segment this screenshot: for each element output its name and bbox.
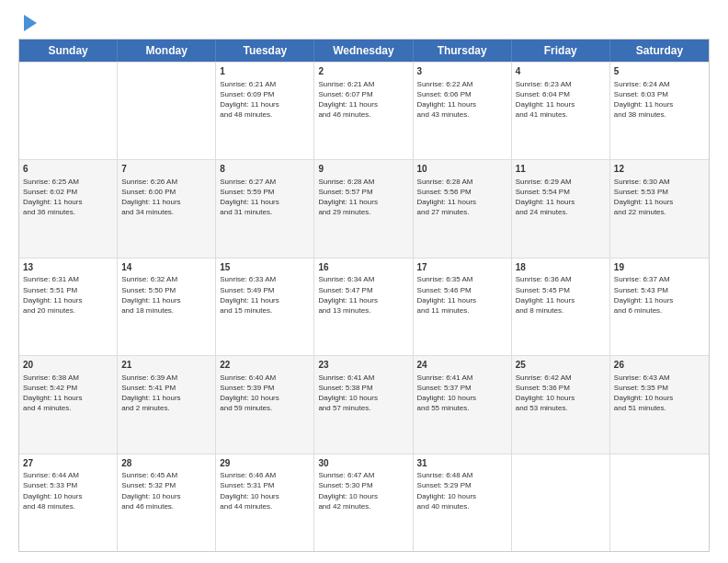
calendar-body: 1Sunrise: 6:21 AM Sunset: 6:09 PM Daylig…	[19, 62, 709, 551]
day-number: 9	[318, 163, 408, 176]
cell-text: Sunrise: 6:38 AM Sunset: 5:42 PM Dayligh…	[23, 373, 113, 414]
day-number: 18	[516, 261, 606, 274]
calendar-row-4: 20Sunrise: 6:38 AM Sunset: 5:42 PM Dayli…	[19, 355, 709, 453]
logo	[18, 15, 37, 31]
day-number: 25	[516, 359, 606, 372]
header-day-thursday: Thursday	[414, 40, 512, 62]
cell-text: Sunrise: 6:43 AM Sunset: 5:35 PM Dayligh…	[614, 373, 705, 414]
calendar-cell: 22Sunrise: 6:40 AM Sunset: 5:39 PM Dayli…	[216, 356, 314, 453]
calendar-cell: 31Sunrise: 6:48 AM Sunset: 5:29 PM Dayli…	[414, 454, 512, 551]
calendar-cell: 26Sunrise: 6:43 AM Sunset: 5:35 PM Dayli…	[610, 356, 709, 453]
day-number: 11	[516, 163, 606, 176]
header-day-sunday: Sunday	[19, 40, 118, 62]
calendar-row-3: 13Sunrise: 6:31 AM Sunset: 5:51 PM Dayli…	[19, 258, 709, 355]
header-day-friday: Friday	[512, 40, 610, 62]
day-number: 22	[220, 359, 310, 372]
calendar-cell: 29Sunrise: 6:46 AM Sunset: 5:31 PM Dayli…	[216, 454, 314, 551]
calendar-row-1: 1Sunrise: 6:21 AM Sunset: 6:09 PM Daylig…	[19, 62, 709, 159]
calendar-cell	[610, 454, 709, 551]
day-number: 17	[417, 261, 507, 274]
day-number: 19	[614, 261, 705, 274]
calendar-cell: 14Sunrise: 6:32 AM Sunset: 5:50 PM Dayli…	[118, 259, 216, 355]
day-number: 4	[516, 65, 606, 78]
calendar-cell: 7Sunrise: 6:26 AM Sunset: 6:00 PM Daylig…	[118, 160, 216, 257]
day-number: 3	[417, 65, 507, 78]
calendar-header: SundayMondayTuesdayWednesdayThursdayFrid…	[19, 40, 709, 62]
cell-text: Sunrise: 6:45 AM Sunset: 5:32 PM Dayligh…	[121, 470, 211, 511]
calendar-cell: 27Sunrise: 6:44 AM Sunset: 5:33 PM Dayli…	[19, 454, 118, 551]
calendar-cell: 3Sunrise: 6:22 AM Sunset: 6:06 PM Daylig…	[414, 63, 512, 159]
header-day-tuesday: Tuesday	[216, 40, 314, 62]
day-number: 13	[23, 261, 113, 274]
calendar-cell: 16Sunrise: 6:34 AM Sunset: 5:47 PM Dayli…	[314, 259, 413, 355]
cell-text: Sunrise: 6:31 AM Sunset: 5:51 PM Dayligh…	[23, 274, 113, 316]
day-number: 16	[318, 261, 408, 274]
day-number: 5	[614, 65, 705, 78]
cell-text: Sunrise: 6:23 AM Sunset: 6:04 PM Dayligh…	[516, 79, 606, 121]
cell-text: Sunrise: 6:21 AM Sunset: 6:09 PM Dayligh…	[220, 79, 310, 121]
calendar-cell: 21Sunrise: 6:39 AM Sunset: 5:41 PM Dayli…	[118, 356, 216, 453]
day-number: 29	[220, 457, 310, 470]
cell-text: Sunrise: 6:24 AM Sunset: 6:03 PM Dayligh…	[614, 79, 705, 121]
cell-text: Sunrise: 6:30 AM Sunset: 5:53 PM Dayligh…	[614, 177, 705, 218]
cell-text: Sunrise: 6:37 AM Sunset: 5:43 PM Dayligh…	[614, 274, 705, 316]
cell-text: Sunrise: 6:25 AM Sunset: 6:02 PM Dayligh…	[23, 177, 113, 218]
page: SundayMondayTuesdayWednesdayThursdayFrid…	[0, 0, 728, 563]
calendar-cell: 18Sunrise: 6:36 AM Sunset: 5:45 PM Dayli…	[512, 259, 610, 355]
day-number: 15	[220, 261, 310, 274]
cell-text: Sunrise: 6:32 AM Sunset: 5:50 PM Dayligh…	[121, 274, 211, 316]
header	[18, 15, 710, 31]
cell-text: Sunrise: 6:40 AM Sunset: 5:39 PM Dayligh…	[220, 373, 310, 414]
day-number: 14	[121, 261, 211, 274]
calendar-cell: 19Sunrise: 6:37 AM Sunset: 5:43 PM Dayli…	[610, 259, 709, 355]
day-number: 12	[614, 163, 705, 176]
cell-text: Sunrise: 6:46 AM Sunset: 5:31 PM Dayligh…	[220, 470, 310, 511]
header-day-wednesday: Wednesday	[314, 40, 413, 62]
day-number: 23	[318, 359, 408, 372]
cell-text: Sunrise: 6:27 AM Sunset: 5:59 PM Dayligh…	[220, 177, 310, 218]
calendar-cell: 4Sunrise: 6:23 AM Sunset: 6:04 PM Daylig…	[512, 63, 610, 159]
calendar-cell: 23Sunrise: 6:41 AM Sunset: 5:38 PM Dayli…	[314, 356, 413, 453]
calendar-cell: 11Sunrise: 6:29 AM Sunset: 5:54 PM Dayli…	[512, 160, 610, 257]
cell-text: Sunrise: 6:44 AM Sunset: 5:33 PM Dayligh…	[23, 470, 113, 511]
day-number: 31	[417, 457, 507, 470]
calendar-cell: 25Sunrise: 6:42 AM Sunset: 5:36 PM Dayli…	[512, 356, 610, 453]
calendar-cell: 13Sunrise: 6:31 AM Sunset: 5:51 PM Dayli…	[19, 259, 118, 355]
cell-text: Sunrise: 6:34 AM Sunset: 5:47 PM Dayligh…	[318, 274, 408, 316]
calendar-cell	[512, 454, 610, 551]
calendar: SundayMondayTuesdayWednesdayThursdayFrid…	[18, 39, 710, 552]
header-day-saturday: Saturday	[610, 40, 709, 62]
day-number: 2	[318, 65, 408, 78]
calendar-cell: 5Sunrise: 6:24 AM Sunset: 6:03 PM Daylig…	[610, 63, 709, 159]
day-number: 20	[23, 359, 113, 372]
day-number: 21	[121, 359, 211, 372]
calendar-cell: 28Sunrise: 6:45 AM Sunset: 5:32 PM Dayli…	[118, 454, 216, 551]
calendar-cell: 10Sunrise: 6:28 AM Sunset: 5:56 PM Dayli…	[414, 160, 512, 257]
day-number: 10	[417, 163, 507, 176]
day-number: 24	[417, 359, 507, 372]
calendar-cell: 6Sunrise: 6:25 AM Sunset: 6:02 PM Daylig…	[19, 160, 118, 257]
calendar-cell: 2Sunrise: 6:21 AM Sunset: 6:07 PM Daylig…	[314, 63, 413, 159]
day-number: 28	[121, 457, 211, 470]
day-number: 7	[121, 163, 211, 176]
cell-text: Sunrise: 6:42 AM Sunset: 5:36 PM Dayligh…	[516, 373, 606, 414]
cell-text: Sunrise: 6:36 AM Sunset: 5:45 PM Dayligh…	[516, 274, 606, 316]
cell-text: Sunrise: 6:39 AM Sunset: 5:41 PM Dayligh…	[121, 373, 211, 414]
cell-text: Sunrise: 6:28 AM Sunset: 5:56 PM Dayligh…	[417, 177, 507, 218]
day-number: 1	[220, 65, 310, 78]
calendar-cell: 17Sunrise: 6:35 AM Sunset: 5:46 PM Dayli…	[414, 259, 512, 355]
calendar-cell: 1Sunrise: 6:21 AM Sunset: 6:09 PM Daylig…	[216, 63, 314, 159]
header-day-monday: Monday	[118, 40, 216, 62]
calendar-cell: 20Sunrise: 6:38 AM Sunset: 5:42 PM Dayli…	[19, 356, 118, 453]
calendar-cell: 8Sunrise: 6:27 AM Sunset: 5:59 PM Daylig…	[216, 160, 314, 257]
cell-text: Sunrise: 6:48 AM Sunset: 5:29 PM Dayligh…	[417, 470, 507, 511]
cell-text: Sunrise: 6:41 AM Sunset: 5:38 PM Dayligh…	[318, 373, 408, 414]
cell-text: Sunrise: 6:21 AM Sunset: 6:07 PM Dayligh…	[318, 79, 408, 121]
logo-triangle-icon	[24, 15, 37, 31]
cell-text: Sunrise: 6:33 AM Sunset: 5:49 PM Dayligh…	[220, 274, 310, 316]
calendar-cell	[118, 63, 216, 159]
calendar-cell: 24Sunrise: 6:41 AM Sunset: 5:37 PM Dayli…	[414, 356, 512, 453]
cell-text: Sunrise: 6:41 AM Sunset: 5:37 PM Dayligh…	[417, 373, 507, 414]
calendar-cell: 15Sunrise: 6:33 AM Sunset: 5:49 PM Dayli…	[216, 259, 314, 355]
day-number: 26	[614, 359, 705, 372]
